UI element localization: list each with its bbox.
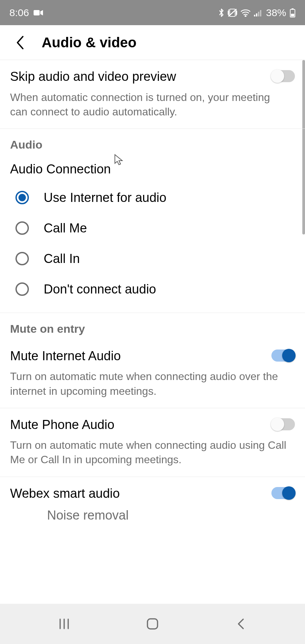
- radio-label: Don't connect audio: [44, 282, 156, 297]
- status-bar: 8:06 38%: [0, 0, 305, 25]
- section-mute: Mute on entry: [0, 313, 305, 339]
- nav-recents-button[interactable]: [41, 610, 88, 637]
- page-title: Audio & video: [42, 35, 136, 51]
- setting-mute-phone[interactable]: Mute Phone Audio Turn on automatic mute …: [0, 408, 305, 477]
- radio-label: Call Me: [44, 221, 87, 235]
- svg-rect-14: [147, 619, 158, 629]
- setting-desc: When automatic connection is turned on, …: [10, 90, 295, 119]
- radio-label: Call In: [44, 252, 80, 266]
- status-battery-pct: 38%: [266, 7, 286, 18]
- setting-title: Mute Internet Audio: [10, 348, 295, 364]
- svg-point-3: [245, 15, 246, 16]
- setting-title: Skip audio and video preview: [10, 69, 295, 85]
- svg-rect-10: [291, 14, 294, 16]
- chevron-left-icon: [15, 35, 25, 50]
- video-record-icon: [34, 9, 43, 16]
- setting-desc: Turn on automatic mute when connecting a…: [10, 438, 295, 467]
- radio-icon: [15, 221, 29, 235]
- setting-smart-audio[interactable]: Webex smart audio: [0, 477, 305, 505]
- svg-rect-5: [256, 13, 257, 16]
- status-time: 8:06: [9, 7, 29, 18]
- bluetooth-icon: [218, 8, 224, 17]
- smart-audio-option: Noise removal: [0, 505, 305, 523]
- setting-title: Webex smart audio: [10, 486, 295, 502]
- radio-call-in[interactable]: Call In: [10, 244, 295, 274]
- vibrate-icon: [228, 8, 237, 17]
- svg-rect-0: [34, 10, 40, 15]
- radio-call-me[interactable]: Call Me: [10, 213, 295, 244]
- battery-icon: [290, 8, 296, 17]
- setting-skip-preview[interactable]: Skip audio and video preview When automa…: [0, 60, 305, 129]
- audio-connection-header: Audio Connection: [0, 155, 305, 182]
- chevron-left-icon: [236, 617, 245, 631]
- radio-use-internet[interactable]: Use Internet for audio: [10, 182, 295, 213]
- home-icon: [146, 617, 159, 631]
- radio-label: Use Internet for audio: [44, 191, 166, 205]
- app-header: Audio & video: [0, 25, 305, 60]
- radio-dont-connect[interactable]: Don't connect audio: [10, 274, 295, 305]
- svg-rect-4: [254, 15, 255, 16]
- audio-connection-group: Use Internet for audio Call Me Call In D…: [0, 182, 305, 313]
- skip-preview-toggle[interactable]: [271, 70, 295, 82]
- nav-home-button[interactable]: [129, 610, 176, 637]
- setting-desc: Turn on automatic mute when connecting a…: [10, 369, 295, 398]
- radio-icon: [15, 282, 29, 296]
- section-audio: Audio: [0, 129, 305, 155]
- wifi-icon: [241, 9, 251, 17]
- signal-icon: [254, 9, 263, 16]
- mute-phone-toggle[interactable]: [271, 418, 295, 430]
- recents-icon: [58, 618, 70, 630]
- nav-back-button[interactable]: [217, 610, 264, 637]
- mute-internet-toggle[interactable]: [271, 350, 295, 362]
- svg-rect-7: [260, 10, 261, 16]
- setting-title: Mute Phone Audio: [10, 417, 295, 433]
- setting-mute-internet[interactable]: Mute Internet Audio Turn on automatic mu…: [0, 339, 305, 408]
- smart-audio-toggle[interactable]: [271, 487, 295, 499]
- svg-rect-6: [258, 12, 259, 16]
- system-nav-bar: [0, 604, 305, 644]
- radio-icon: [15, 252, 29, 265]
- content-scroll[interactable]: Skip audio and video preview When automa…: [0, 60, 305, 604]
- back-button[interactable]: [7, 29, 34, 56]
- radio-icon: [15, 191, 29, 204]
- svg-rect-9: [292, 8, 294, 9]
